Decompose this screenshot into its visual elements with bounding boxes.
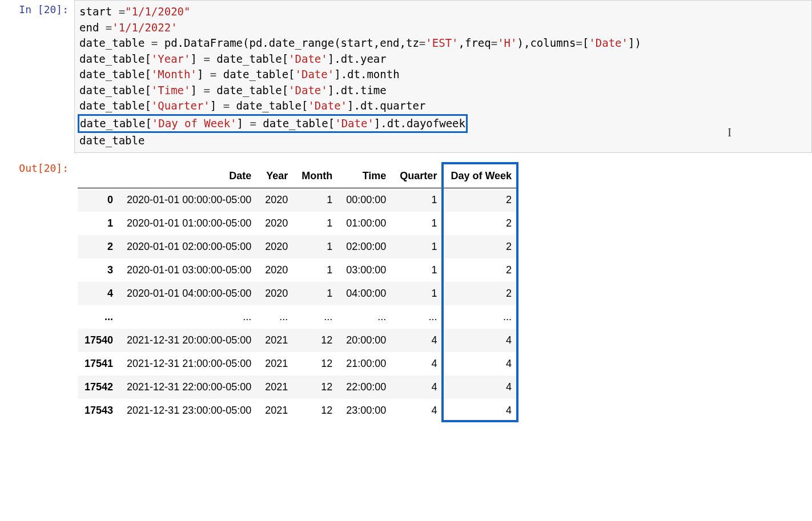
cell-quarter: 1 [393, 235, 444, 259]
cell-date: 2021-12-31 21:00:00-05:00 [120, 352, 258, 375]
row-index: ... [78, 305, 120, 329]
cell-month: 1 [295, 188, 339, 212]
row-index: 4 [78, 282, 120, 305]
cell-date: 2020-01-01 01:00:00-05:00 [120, 212, 258, 235]
cell-year: 2021 [258, 329, 295, 352]
cell-year: 2020 [258, 282, 295, 305]
col-header-index [78, 164, 120, 188]
cell-month: 12 [295, 329, 339, 352]
cell-month: 1 [295, 235, 339, 259]
code-input-area[interactable]: start ="1/1/2020" end ='1/1/2022' date_t… [74, 0, 812, 153]
cell-dayofweek: 2 [444, 212, 518, 235]
cell-year: 2020 [258, 212, 295, 235]
col-header-date: Date [120, 164, 258, 188]
table-row: 175422021-12-31 22:00:00-05:0020211222:0… [78, 375, 518, 399]
cell-year: 2021 [258, 375, 295, 399]
code-line-3: date_table = pd.DataFrame(pd.date_range(… [79, 37, 641, 49]
code-line-1: start ="1/1/2020" [79, 5, 190, 18]
cell-month: ... [295, 305, 339, 329]
row-index: 0 [78, 188, 120, 212]
row-index: 17540 [78, 329, 120, 352]
cell-month: 12 [295, 352, 339, 375]
cell-year: 2020 [258, 235, 295, 259]
output-prompt: Out[20]: [0, 159, 74, 177]
cell-time: 01:00:00 [339, 212, 393, 235]
output-cell-row: Out[20]: Date Year Month Time Quarter Da… [0, 159, 812, 422]
table-row: ..................... [78, 305, 518, 329]
cell-date: 2021-12-31 20:00:00-05:00 [120, 329, 258, 352]
table-row: 175402021-12-31 20:00:00-05:0020211220:0… [78, 329, 518, 352]
code-line-6: date_table['Time'] = date_table['Date'].… [79, 84, 387, 96]
row-index: 17541 [78, 352, 120, 375]
cell-date: 2020-01-01 03:00:00-05:00 [120, 259, 258, 282]
row-index: 17543 [78, 399, 120, 422]
cell-year: 2020 [258, 188, 295, 212]
cell-date: ... [120, 305, 258, 329]
cell-time: 00:00:00 [339, 188, 393, 212]
cell-year: 2020 [258, 259, 295, 282]
cell-date: 2020-01-01 04:00:00-05:00 [120, 282, 258, 305]
cell-date: 2020-01-01 00:00:00-05:00 [120, 188, 258, 212]
input-cell-row: In [20]: start ="1/1/2020" end ='1/1/202… [0, 0, 812, 153]
cell-time: 21:00:00 [339, 352, 393, 375]
table-row: 32020-01-01 03:00:00-05:002020103:00:001… [78, 259, 518, 282]
cell-dayofweek: 4 [444, 352, 518, 375]
cell-time: ... [339, 305, 393, 329]
col-header-time: Time [339, 164, 393, 188]
cell-date: 2021-12-31 23:00:00-05:00 [120, 399, 258, 422]
cell-quarter: 1 [393, 282, 444, 305]
cell-quarter: 1 [393, 212, 444, 235]
cell-dayofweek: 4 [444, 375, 518, 399]
cell-month: 1 [295, 259, 339, 282]
cell-dayofweek: 2 [444, 188, 518, 212]
table-row: 42020-01-01 04:00:00-05:002020104:00:001… [78, 282, 518, 305]
row-index: 2 [78, 235, 120, 259]
cell-year: 2021 [258, 399, 295, 422]
cell-dayofweek: 2 [444, 259, 518, 282]
cell-dayofweek: 4 [444, 329, 518, 352]
row-index: 1 [78, 212, 120, 235]
cell-quarter: 4 [393, 399, 444, 422]
table-row: 02020-01-01 00:00:00-05:002020100:00:001… [78, 188, 518, 212]
col-header-month: Month [295, 164, 339, 188]
cell-dayofweek: 2 [444, 282, 518, 305]
code-line-5: date_table['Month'] = date_table['Date']… [79, 68, 400, 80]
text-cursor-icon: I [727, 124, 731, 141]
cell-quarter: 4 [393, 375, 444, 399]
highlighted-code-line: date_table['Day of Week'] = date_table['… [78, 114, 468, 134]
code-line-2: end ='1/1/2022' [79, 21, 178, 34]
col-header-quarter: Quarter [393, 164, 444, 188]
table-header-row: Date Year Month Time Quarter Day of Week [78, 164, 518, 188]
table-row: 12020-01-01 01:00:00-05:002020101:00:001… [78, 212, 518, 235]
cell-dayofweek: ... [444, 305, 518, 329]
code-line-9: date_table [79, 134, 144, 147]
col-header-year: Year [258, 164, 295, 188]
cell-time: 23:00:00 [339, 399, 393, 422]
cell-time: 20:00:00 [339, 329, 393, 352]
cell-time: 22:00:00 [339, 375, 393, 399]
cell-quarter: 4 [393, 329, 444, 352]
code-line-4: date_table['Year'] = date_table['Date'].… [79, 52, 387, 65]
cell-month: 1 [295, 282, 339, 305]
cell-dayofweek: 4 [444, 399, 518, 422]
cell-dayofweek: 2 [444, 235, 518, 259]
cell-time: 03:00:00 [339, 259, 393, 282]
cell-quarter: 4 [393, 352, 444, 375]
input-prompt: In [20]: [0, 0, 74, 19]
table-row: 175432021-12-31 23:00:00-05:0020211223:0… [78, 399, 518, 422]
cell-quarter: 1 [393, 259, 444, 282]
code-line-7: date_table['Quarter'] = date_table['Date… [79, 99, 425, 112]
cell-date: 2021-12-31 22:00:00-05:00 [120, 375, 258, 399]
output-area: Date Year Month Time Quarter Day of Week… [74, 159, 812, 422]
table-row: 22020-01-01 02:00:00-05:002020102:00:001… [78, 235, 518, 259]
cell-quarter: 1 [393, 188, 444, 212]
cell-time: 02:00:00 [339, 235, 393, 259]
cell-year: ... [258, 305, 295, 329]
table-row: 175412021-12-31 21:00:00-05:0020211221:0… [78, 352, 518, 375]
col-header-dayofweek: Day of Week [444, 164, 518, 188]
cell-month: 12 [295, 399, 339, 422]
cell-month: 1 [295, 212, 339, 235]
cell-quarter: ... [393, 305, 444, 329]
cell-date: 2020-01-01 02:00:00-05:00 [120, 235, 258, 259]
cell-month: 12 [295, 375, 339, 399]
